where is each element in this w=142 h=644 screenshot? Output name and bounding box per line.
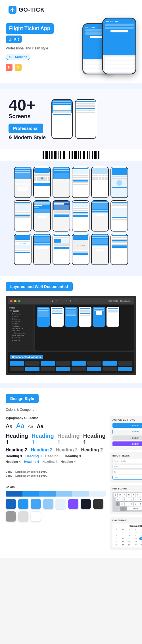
hero-description: Professional and clean style	[6, 46, 77, 50]
cal-d-9[interactable]: 9	[114, 537, 120, 540]
cal-wed-label: W	[133, 528, 139, 531]
gallery-phone-18	[110, 234, 128, 265]
cal-d-24[interactable]: 24	[120, 543, 126, 546]
swatch-dark-gray	[93, 499, 103, 509]
key-e[interactable]: E	[122, 493, 126, 497]
layer-home-return: Home Return v2	[9, 334, 32, 336]
swatch-gray	[6, 511, 16, 522]
key-c[interactable]: C	[129, 502, 133, 506]
input-sample-2[interactable]: From	[112, 464, 142, 469]
gps-8	[34, 201, 50, 231]
cal-d-4[interactable]: 4	[126, 534, 132, 537]
separator-1	[0, 83, 142, 89]
tool-line[interactable]: ╱	[65, 299, 68, 303]
phones-gallery-row3: Air Ticket	[6, 234, 136, 265]
key-q[interactable]: Q	[114, 493, 118, 497]
swatch-light-blue	[31, 499, 41, 509]
tool-move[interactable]: ▶	[51, 299, 55, 303]
btn-sample-gray[interactable]: Button	[112, 435, 142, 440]
cal-d-20[interactable]: 20	[139, 540, 142, 543]
key-h[interactable]: H	[138, 497, 142, 501]
key-f[interactable]: F	[129, 497, 133, 501]
hero-text: Flight Ticket App UI Kit Professional an…	[6, 20, 77, 71]
comp-item-8	[118, 361, 133, 366]
keyboard-row-3: ⇧ Z X C V B N M ⌫	[114, 502, 142, 506]
frame-content-3	[65, 307, 78, 317]
btn-sample-purple[interactable]: Button	[112, 441, 142, 446]
key-w[interactable]: W	[118, 493, 122, 497]
key-r[interactable]: R	[127, 493, 131, 497]
type-aa-1: Aa	[6, 423, 12, 430]
input-sample-3[interactable]: To	[112, 470, 142, 474]
cal-header: ‹ October 2022 ›	[114, 525, 142, 527]
gps-17	[92, 234, 108, 264]
cal-d-26[interactable]: 26	[120, 531, 126, 534]
btn-sample-outline[interactable]: Button	[112, 429, 142, 434]
gallery-phone-15	[53, 234, 70, 265]
cal-d-23[interactable]: 23	[114, 543, 120, 546]
cal-d-16[interactable]: 16	[114, 540, 120, 543]
cal-d-18[interactable]: 18	[126, 540, 132, 543]
heading-row-4: Heading 4 Heading 4 Heading 4 Heading 4	[6, 460, 106, 463]
cal-d-29[interactable]: 29	[139, 531, 142, 534]
key-d[interactable]: D	[125, 497, 129, 501]
key-g[interactable]: G	[134, 497, 138, 501]
cal-d-25[interactable]: 25	[114, 531, 120, 534]
comp-item-15	[103, 367, 117, 371]
key-t[interactable]: T	[131, 493, 135, 497]
cal-d-6[interactable]: 6	[139, 534, 142, 537]
key-u[interactable]: U	[140, 493, 142, 497]
gallery-phone-12	[110, 200, 128, 232]
key-space[interactable]: space	[127, 507, 142, 510]
cal-d-12[interactable]: 12	[133, 537, 139, 540]
canvas-frame-2	[51, 307, 64, 327]
tool-fill[interactable]: ⬛	[73, 299, 78, 303]
layer-title-slide2: Title Slide 2	[9, 325, 32, 327]
body-sample-2: Lorem ipsum dolor sit amet...	[15, 474, 48, 477]
cal-d-30-oct[interactable]: 30	[139, 543, 142, 546]
key-z[interactable]: Z	[120, 502, 124, 506]
badge-area: Professional & Modern Style	[9, 124, 46, 141]
hero-phones: NYC → SFO Book Your Flight	[80, 20, 136, 77]
input-sample-active[interactable]: Date	[112, 475, 142, 480]
cal-d-10[interactable]: 10	[120, 537, 126, 540]
cal-d-29-oct[interactable]: 29	[133, 543, 139, 546]
cal-d-27[interactable]: 27	[126, 531, 132, 534]
cal-d-19[interactable]: 19	[133, 540, 139, 543]
key-shift[interactable]: ⇧	[116, 502, 120, 506]
gallery-phone-10	[72, 200, 89, 232]
comp-item-2	[25, 361, 40, 366]
tool-text[interactable]: T	[69, 299, 72, 303]
cal-d-11[interactable]: 11	[126, 537, 132, 540]
screens-label: Screens	[9, 113, 46, 120]
colors-label: Colors	[6, 485, 106, 489]
cal-d-5[interactable]: 5	[133, 534, 139, 537]
phone-main-title: Book Your Flight	[105, 21, 134, 22]
gps-3	[53, 167, 70, 197]
key-123[interactable]: 123	[120, 507, 127, 510]
tool-circle[interactable]: ○	[60, 299, 64, 303]
btn-sample-primary[interactable]: Button	[112, 423, 142, 428]
layer-achievements: → Achievements/...	[9, 332, 32, 334]
key-a[interactable]: A	[116, 497, 120, 501]
key-v[interactable]: V	[134, 502, 138, 506]
h4-alt: Heading 4	[61, 460, 76, 463]
key-y[interactable]: Y	[136, 493, 140, 497]
input-sample-1[interactable]: Search flights...	[112, 459, 142, 463]
comp-item-9	[10, 367, 24, 371]
cal-d-28[interactable]: 28	[133, 531, 139, 534]
cal-d-3[interactable]: 3	[120, 534, 126, 537]
key-b[interactable]: B	[138, 502, 142, 506]
cal-d-17[interactable]: 17	[120, 540, 126, 543]
phone-main-bottom	[103, 55, 135, 74]
cal-d-2[interactable]: 2	[114, 534, 120, 537]
key-x[interactable]: X	[125, 502, 129, 506]
cal-prev[interactable]: ‹	[114, 525, 114, 527]
modern-style-text: & Modern Style	[9, 135, 46, 141]
tool-rect[interactable]: ◻	[56, 299, 59, 303]
design-style-badge: Design Style	[6, 394, 39, 403]
cal-d-28-oct[interactable]: 28	[126, 543, 132, 546]
cal-d-13[interactable]: 13	[139, 537, 142, 540]
h3-blue: Heading 3	[25, 454, 41, 458]
key-s[interactable]: S	[120, 497, 124, 501]
